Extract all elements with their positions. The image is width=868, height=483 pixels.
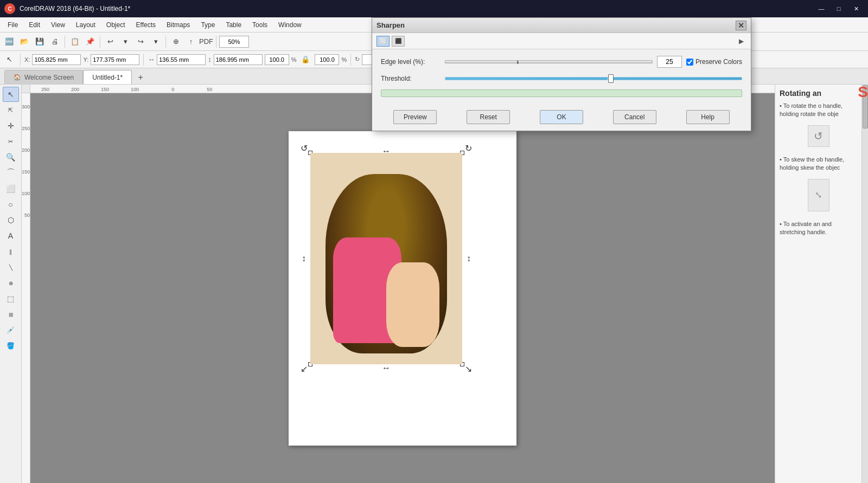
ellipse-tool[interactable]: ○ [3, 197, 19, 212]
ok-button[interactable]: OK [540, 110, 583, 124]
tab-welcome[interactable]: 🏠 Welcome Screen [4, 70, 83, 84]
redo-dropdown[interactable]: ▾ [149, 35, 163, 49]
menu-tools[interactable]: Tools [247, 19, 273, 31]
export-pdf-button[interactable]: PDF [199, 35, 213, 49]
redo-button[interactable]: ↪ [133, 35, 148, 49]
open-button[interactable]: 📂 [17, 35, 31, 49]
edge-level-row: Edge level (%): Preserve Colors [381, 56, 742, 68]
scale-handle-right[interactable]: ↕ [467, 254, 471, 263]
x-input[interactable] [32, 54, 81, 65]
pointer-tool[interactable]: ↖ [2, 53, 16, 67]
color-eyedropper[interactable]: 💉 [3, 323, 19, 338]
menu-view[interactable]: View [46, 19, 71, 31]
print-button[interactable]: 🖨 [48, 35, 62, 49]
x-label: X: [24, 56, 30, 63]
undo-button[interactable]: ↩ [103, 35, 117, 49]
connector-tool[interactable]: ╲ [3, 260, 19, 275]
tab-add-button[interactable]: + [134, 71, 147, 84]
preserve-colors-text: Preserve Colors [695, 58, 742, 66]
menu-type[interactable]: Type [195, 19, 220, 31]
transparency-tool[interactable]: ⊞ [3, 307, 19, 322]
undo-dropdown[interactable]: ▾ [118, 35, 132, 49]
transform-tool[interactable]: ✛ [3, 118, 19, 133]
maximize-button[interactable]: □ [831, 3, 846, 15]
help-button[interactable]: Help [686, 110, 730, 124]
rect-tool[interactable]: ⬜ [3, 181, 19, 196]
paste-button[interactable]: 📌 [83, 35, 97, 49]
height-pct[interactable] [315, 54, 339, 65]
tab-welcome-label: Welcome Screen [24, 74, 74, 81]
canvas-background[interactable]: ↺ ↻ ↙ ↘ ↔ ↕ ↕ ↔ [30, 93, 775, 483]
canvas-area: 250 200 150 100 0 50 300 250 200 150 100… [22, 85, 775, 483]
fill-tool[interactable]: 🪣 [3, 338, 19, 353]
reset-button[interactable]: Reset [467, 110, 510, 124]
separator [100, 36, 100, 48]
y-input[interactable] [91, 54, 139, 65]
threshold-slider[interactable] [445, 74, 742, 83]
right-scrollbar[interactable] [861, 85, 868, 483]
curve-tool[interactable]: ⌒ [3, 165, 19, 181]
toolbox: ↖ ⇱ ✛ ✂ 🔍 ⌒ ⬜ ○ ⬡ A ∥ ╲ ⊕ ⬚ ⊞ 💉 🪣 [0, 85, 22, 483]
help-text-3: • To activate an and stretching handle. [780, 220, 857, 237]
rotate-handle-tr[interactable]: ↻ [465, 143, 472, 153]
menu-layout[interactable]: Layout [71, 19, 101, 31]
edge-level-slider[interactable] [445, 60, 653, 63]
width-input[interactable] [157, 54, 206, 65]
photo-figure-baby [386, 262, 439, 347]
dialog-buttons: Preview Reset OK Cancel Help [372, 106, 751, 131]
text-tool[interactable]: A [3, 228, 19, 243]
menu-edit[interactable]: Edit [23, 19, 46, 31]
scale-handle-left[interactable]: ↕ [302, 254, 306, 263]
separator [65, 36, 65, 48]
menu-table[interactable]: Table [220, 19, 247, 31]
menu-object[interactable]: Object [101, 19, 131, 31]
rotate-handle-tl[interactable]: ↺ [301, 143, 308, 153]
close-button[interactable]: ✕ [848, 3, 864, 15]
separator [350, 54, 351, 66]
lock-ratio[interactable]: 🔒 [298, 53, 312, 67]
crop-tool[interactable]: ✂ [3, 134, 19, 149]
scale-handle-bottom[interactable]: ↔ [382, 363, 391, 373]
document-page: ↺ ↻ ↙ ↘ ↔ ↕ ↕ ↔ [289, 131, 516, 446]
export-button[interactable]: ↑ [184, 35, 198, 49]
expand-button[interactable]: ▶ [736, 36, 746, 47]
menu-file[interactable]: File [2, 19, 23, 31]
menu-bitmaps[interactable]: Bitmaps [161, 19, 195, 31]
preview-button[interactable]: Preview [393, 110, 437, 124]
parallel-tool[interactable]: ∥ [3, 244, 19, 259]
image-container[interactable]: ↺ ↻ ↙ ↘ ↔ ↕ ↕ ↔ [310, 153, 462, 364]
help-illustration-2: ⤡ [808, 179, 829, 211]
zoom-tool[interactable]: 🔍 [3, 150, 19, 165]
app-icon: C [4, 3, 15, 14]
zoom-input[interactable]: 50% [219, 36, 249, 48]
shadow-tool[interactable]: ⬚ [3, 291, 19, 306]
preserve-colors-checkbox[interactable] [686, 59, 693, 66]
photo-image [310, 153, 462, 364]
threshold-thumb[interactable] [608, 74, 614, 83]
select-tool[interactable]: ↖ [3, 87, 19, 102]
minimize-button[interactable]: — [814, 3, 829, 15]
cancel-button[interactable]: Cancel [613, 110, 656, 124]
copy-button[interactable]: 📋 [68, 35, 82, 49]
single-view-button[interactable]: ⬜ [376, 36, 390, 47]
edge-level-label: Edge level (%): [381, 58, 441, 66]
new-button[interactable]: 🆕 [2, 35, 16, 49]
measure-tool[interactable]: ⊕ [3, 275, 19, 291]
edge-value-input[interactable] [657, 56, 682, 68]
split-view-button[interactable]: ⬛ [392, 36, 405, 47]
rotate-handle-br[interactable]: ↘ [465, 364, 472, 374]
tab-document[interactable]: Untitled-1* [83, 70, 132, 84]
menu-window[interactable]: Window [273, 19, 307, 31]
dialog-close-button[interactable]: ✕ [736, 21, 746, 30]
slider-ticks [445, 61, 652, 64]
rotate-handle-bl[interactable]: ↙ [301, 364, 308, 374]
width-pct[interactable] [265, 54, 289, 65]
polygon-tool[interactable]: ⬡ [3, 212, 19, 228]
menu-effects[interactable]: Effects [131, 19, 161, 31]
app-title: CorelDRAW 2018 (64-Bit) - Untitled-1* [20, 5, 814, 12]
save-button[interactable]: 💾 [33, 35, 47, 49]
separator [20, 54, 21, 66]
freehand-tool[interactable]: ⇱ [3, 102, 19, 118]
height-input[interactable] [214, 54, 263, 65]
import-button[interactable]: ⊕ [169, 35, 183, 49]
